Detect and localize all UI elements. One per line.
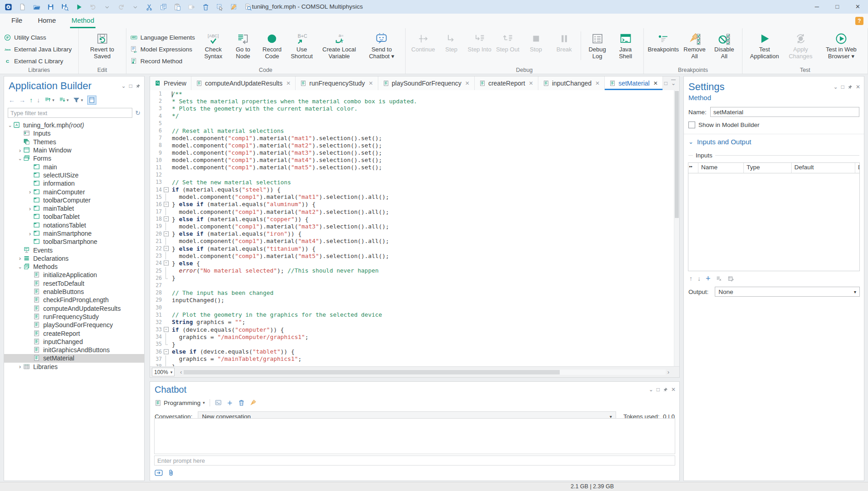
- editor-more-icon[interactable]: [671, 80, 676, 86]
- console-icon[interactable]: [215, 399, 222, 406]
- scroll-left-icon[interactable]: [178, 369, 184, 375]
- editor-maximize-icon[interactable]: [664, 80, 667, 86]
- play-icon[interactable]: [74, 2, 83, 11]
- external-java-library-button[interactable]: JavaExternal Java Library: [4, 44, 72, 54]
- column-header-default[interactable]: Default: [792, 163, 855, 173]
- tree-item-tuning_fork.mph[interactable]: Atuning_fork.mph (root): [4, 121, 144, 129]
- select-icon[interactable]: [215, 2, 224, 11]
- tree-chevron-icon[interactable]: [17, 147, 23, 154]
- fold-toggle-icon[interactable]: [163, 215, 169, 223]
- help-icon[interactable]: [855, 17, 863, 25]
- tree-item-toolbarSmartphone[interactable]: toolbarSmartphone: [4, 238, 144, 246]
- close-tab-icon[interactable]: [653, 80, 658, 86]
- check-syntax-button[interactable]: [ABC]Check Syntax: [198, 30, 229, 61]
- tree-item-setMaterial[interactable]: setMaterial: [4, 354, 144, 362]
- clear-conversation-icon[interactable]: [250, 399, 257, 406]
- column-header-name[interactable]: Name: [698, 163, 744, 173]
- tree-item-enableButtons[interactable]: enableButtons: [4, 288, 144, 296]
- close-tab-icon[interactable]: [368, 80, 373, 86]
- continue-button[interactable]: Continue: [409, 30, 437, 54]
- external-c-library-button[interactable]: CExternal C Library: [4, 56, 72, 66]
- trash-icon[interactable]: [201, 2, 210, 11]
- zoom-control[interactable]: 100%: [152, 368, 175, 376]
- java-shell-button[interactable]: Java Shell: [612, 30, 640, 61]
- tree-chevron-icon[interactable]: [27, 205, 33, 212]
- maximize-button[interactable]: [827, 0, 848, 14]
- caret-icon[interactable]: [130, 2, 140, 11]
- tree-chevron-icon[interactable]: [17, 156, 23, 162]
- editor-tab-computeAndUpdateResults[interactable]: computeAndUpdateResults: [191, 76, 296, 90]
- open-icon[interactable]: [32, 2, 41, 11]
- tree-item-Methods[interactable]: Methods: [4, 263, 144, 271]
- use-shortcut-button[interactable]: B+CUse Shortcut: [287, 30, 316, 61]
- brush-icon[interactable]: [229, 2, 238, 11]
- tree-item-toolbarTablet[interactable]: toolbarTablet: [4, 213, 144, 221]
- tree-chevron-icon[interactable]: [7, 122, 13, 128]
- delete-conversation-icon[interactable]: [238, 399, 245, 406]
- fold-toggle-icon[interactable]: [163, 245, 169, 252]
- tree-item-mainSmartphone[interactable]: mainSmartphone: [4, 229, 144, 238]
- tree-item-mainTablet[interactable]: mainTablet: [4, 204, 144, 213]
- tree-item-Forms[interactable]: Forms: [4, 154, 144, 162]
- fold-toggle-icon[interactable]: [163, 348, 169, 355]
- tree-item-notationsTablet[interactable]: notationsTablet: [4, 221, 144, 229]
- go-to-node-button[interactable]: Go to Node: [229, 30, 257, 61]
- tree-item-createReport[interactable]: createReport: [4, 329, 144, 337]
- scroll-right-icon[interactable]: [666, 369, 671, 375]
- tree-item-selectUISize[interactable]: selectUISize: [4, 171, 144, 179]
- apply-changes-button[interactable]: Apply Changes: [783, 30, 818, 61]
- tree-item-Declarations[interactable]: Declarations: [4, 254, 144, 263]
- panel-float-icon[interactable]: [841, 84, 844, 90]
- move-down-icon[interactable]: [37, 96, 40, 104]
- tree-chevron-icon[interactable]: [17, 255, 23, 262]
- breakpoints-button[interactable]: Breakpoints: [647, 30, 679, 54]
- close-tab-icon[interactable]: [465, 80, 470, 86]
- break-button[interactable]: Break: [550, 30, 578, 54]
- name-field[interactable]: [710, 107, 859, 117]
- horizontal-scrollbar[interactable]: [178, 369, 671, 375]
- undo-icon[interactable]: [88, 2, 97, 11]
- close-button[interactable]: [848, 0, 868, 14]
- record-code-button[interactable]: Record Code: [257, 30, 287, 61]
- disable-all-button[interactable]: Disable All: [710, 30, 738, 61]
- panel-float-icon[interactable]: [129, 83, 132, 89]
- refresh-icon[interactable]: [135, 109, 140, 116]
- caret-icon[interactable]: [102, 2, 111, 11]
- fold-toggle-icon[interactable]: [163, 326, 169, 333]
- go-to-model-builder-icon[interactable]: [87, 96, 96, 105]
- move-row-down-icon[interactable]: [697, 275, 701, 282]
- tree-item-Inputs[interactable]: Inputs: [4, 129, 144, 137]
- show-in-model-builder-checkbox[interactable]: [688, 121, 695, 128]
- move-row-up-icon[interactable]: [689, 275, 692, 282]
- tree-item-information[interactable]: information: [4, 179, 144, 187]
- fold-toggle-icon[interactable]: [163, 186, 169, 193]
- editor-tab-Preview[interactable]: Preview: [150, 76, 191, 90]
- fold-toggle-icon[interactable]: [163, 201, 169, 208]
- panel-close-icon[interactable]: [671, 386, 676, 393]
- send-to-chatbot-button[interactable]: Send to Chatbot: [362, 30, 401, 61]
- expand-all-icon[interactable]: [44, 96, 55, 104]
- panel-menu-icon[interactable]: [833, 84, 838, 90]
- utility-class-button[interactable]: Utility Class: [4, 32, 72, 42]
- editor-tab-runFrequencyStudy[interactable]: runFrequencyStudy: [296, 76, 378, 90]
- step-out-button[interactable]: Step Out: [494, 30, 522, 54]
- ribbon-tab-file[interactable]: File: [10, 14, 24, 28]
- create-local-variable-button[interactable]: a=TCreate Local Variable: [316, 30, 362, 61]
- ribbon-tab-home[interactable]: Home: [36, 14, 57, 28]
- panel-close-icon[interactable]: [856, 84, 860, 90]
- test-in-web-browser-button[interactable]: Test in Web Browser: [818, 30, 864, 61]
- column-header-type[interactable]: Type: [744, 163, 792, 173]
- chatbot-mode-dropdown[interactable]: Programming: [155, 400, 205, 406]
- attach-file-icon[interactable]: [167, 469, 176, 477]
- copy-icon[interactable]: [159, 2, 168, 11]
- tree-chevron-icon[interactable]: [27, 230, 33, 237]
- editor-tab-setMaterial[interactable]: setMaterial: [605, 76, 663, 90]
- tree-item-runFrequencyStudy[interactable]: runFrequencyStudy: [4, 313, 144, 321]
- editor-tab-playSoundForFrequency[interactable]: playSoundForFrequency: [378, 76, 475, 90]
- close-tab-icon[interactable]: [595, 80, 600, 86]
- edit-table-icon[interactable]: [728, 275, 734, 282]
- panel-pin-icon[interactable]: [848, 85, 853, 90]
- tree-item-initializeApplication[interactable]: initializeApplication: [4, 271, 144, 279]
- save-icon[interactable]: [46, 2, 55, 11]
- filter-input[interactable]: [8, 108, 132, 118]
